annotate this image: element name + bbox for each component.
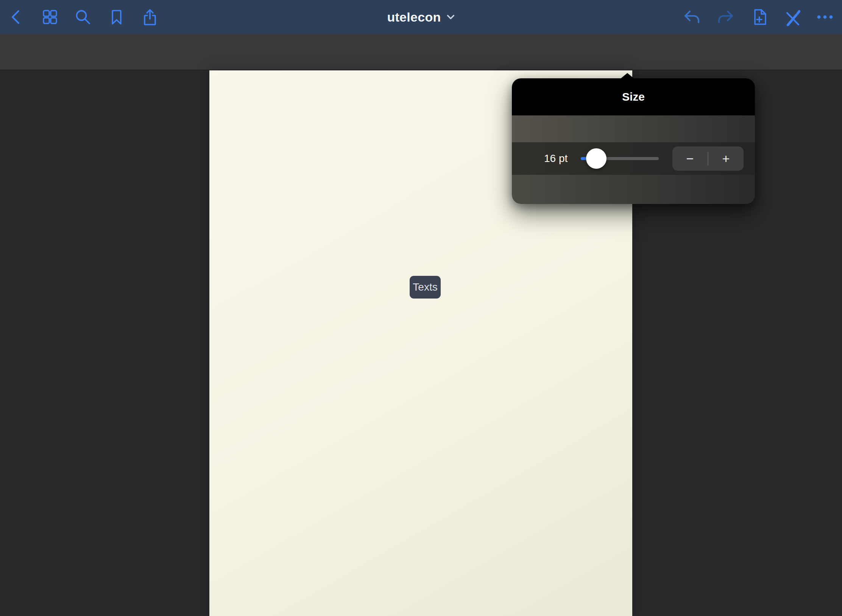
more-icon[interactable] bbox=[816, 8, 834, 26]
size-slider-thumb[interactable] bbox=[586, 148, 607, 169]
share-icon[interactable] bbox=[141, 8, 159, 26]
size-slider-row: 16 pt − + bbox=[512, 142, 755, 175]
undo-icon[interactable] bbox=[683, 8, 701, 26]
document-title-label: utelecon bbox=[387, 10, 441, 25]
search-icon[interactable] bbox=[74, 8, 92, 26]
size-value-label: 16 pt bbox=[544, 142, 568, 175]
top-navigation-bar: utelecon bbox=[0, 0, 842, 34]
app-screen: utelecon a bbox=[0, 0, 842, 616]
bookmark-icon[interactable] bbox=[108, 8, 126, 26]
add-page-icon[interactable] bbox=[750, 8, 768, 26]
text-object-label: Texts bbox=[413, 281, 437, 293]
back-icon[interactable] bbox=[8, 8, 26, 26]
document-title[interactable]: utelecon bbox=[387, 0, 455, 34]
size-popover: Size 16 pt − + bbox=[512, 78, 755, 204]
size-increase-button[interactable]: + bbox=[708, 146, 744, 171]
popover-spacer-top bbox=[512, 115, 755, 142]
redo-icon[interactable] bbox=[716, 8, 734, 26]
text-object[interactable]: Texts bbox=[410, 276, 441, 299]
tool-bar: a T bbox=[0, 34, 842, 70]
size-stepper: − + bbox=[672, 146, 744, 171]
popover-spacer-bottom bbox=[512, 175, 755, 204]
chevron-down-icon bbox=[447, 14, 455, 20]
popover-header: Size bbox=[512, 78, 755, 115]
size-decrease-button[interactable]: − bbox=[672, 146, 708, 171]
exit-editing-icon[interactable] bbox=[782, 8, 800, 26]
thumbnails-grid-icon[interactable] bbox=[41, 8, 59, 26]
popover-title: Size bbox=[622, 90, 645, 103]
popover-arrow bbox=[621, 73, 634, 78]
